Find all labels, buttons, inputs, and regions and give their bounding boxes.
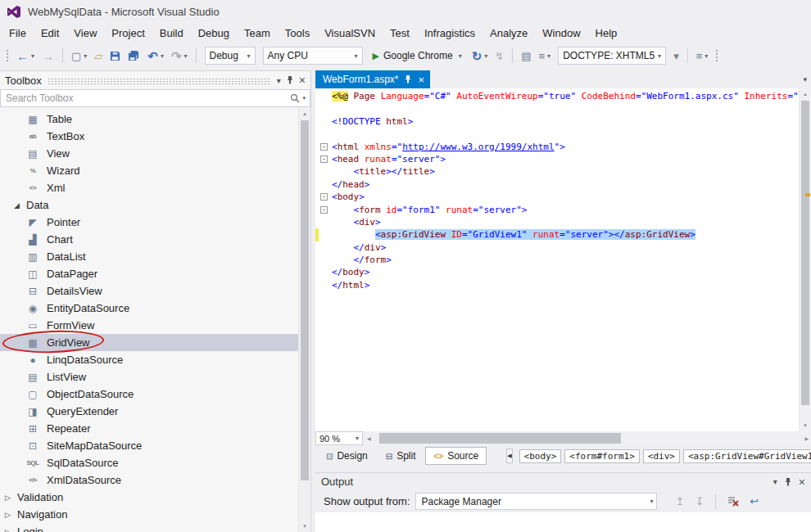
toolbox-item-entitydatasource[interactable]: ◉EntityDataSource — [0, 300, 310, 317]
breadcrumb-tag[interactable]: <div> — [643, 449, 680, 463]
navigate-forward-icon[interactable]: → — [39, 48, 57, 64]
breadcrumb-back-icon[interactable]: ◀ — [506, 449, 512, 463]
save-all-icon[interactable] — [125, 49, 143, 63]
zoom-combo[interactable]: 90 % ▾ — [315, 431, 363, 445]
doctype-combo[interactable]: DOCTYPE: XHTML5▾ — [558, 47, 666, 65]
scroll-down-icon[interactable]: ▼ — [299, 524, 310, 529]
menu-item-window[interactable]: Window — [535, 25, 587, 42]
code-line[interactable]: </body> — [315, 266, 799, 278]
close-icon[interactable]: × — [418, 74, 424, 85]
window-position-icon[interactable]: ▾ — [277, 76, 281, 85]
collapse-box-icon[interactable]: - — [320, 156, 328, 163]
toolbox-item-view[interactable]: ▤View — [0, 145, 310, 162]
html-settings-icon[interactable]: ≡▾ — [694, 49, 711, 63]
close-icon[interactable]: × — [299, 74, 306, 86]
toolbox-item-listview[interactable]: ▤ListView — [0, 368, 310, 385]
view-button-source[interactable]: <>Source — [425, 447, 487, 465]
editor-vertical-scrollbar[interactable]: ▲ ▼ — [799, 88, 811, 431]
pin-icon[interactable] — [287, 76, 293, 84]
toolbox-item-gridview[interactable]: ▦GridView — [0, 334, 310, 351]
toolbar-grip[interactable] — [6, 49, 9, 62]
menu-item-analyze[interactable]: Analyze — [483, 25, 535, 42]
scrollbar-thumb[interactable] — [301, 120, 309, 480]
code-line[interactable]: <div> — [315, 216, 799, 228]
toolbox-item-detailsview[interactable]: ⊟DetailsView — [0, 282, 310, 300]
view-button-design[interactable]: ⊡Design — [318, 447, 376, 465]
scroll-right-icon[interactable]: ▶ — [804, 431, 809, 445]
menu-item-file[interactable]: File — [2, 25, 34, 42]
toolbox-item-datalist[interactable]: ▥DataList — [0, 248, 310, 265]
breadcrumb-tag[interactable]: <body> — [519, 449, 562, 463]
code-line[interactable]: </form> — [315, 254, 799, 266]
code-line[interactable]: </div> — [315, 241, 799, 254]
browser-link-icon[interactable]: ↯ — [492, 49, 506, 63]
new-file-icon[interactable]: ▢▾ — [69, 49, 89, 63]
refresh-icon[interactable]: ↻▾ — [469, 48, 491, 64]
code-line[interactable] — [315, 128, 799, 140]
goto-previous-message-icon[interactable]: ↥ — [673, 494, 687, 508]
word-wrap-icon[interactable]: ↩ — [747, 494, 761, 508]
toolbox-item-wizard[interactable]: %Wizard — [0, 162, 310, 179]
code-line[interactable]: <%@ Page Language="C#" AutoEventWireup="… — [315, 90, 799, 102]
menu-item-team[interactable]: Team — [237, 25, 278, 42]
scroll-left-icon[interactable]: ◀ — [367, 431, 371, 445]
code-line[interactable]: </head> — [315, 178, 799, 191]
menu-item-visualsvn[interactable]: VisualSVN — [317, 25, 383, 42]
search-icon[interactable] — [290, 93, 300, 103]
toolbox-item-chart[interactable]: ▟Chart — [0, 231, 310, 248]
toolbox-item-sitemapdatasource[interactable]: ⊡SiteMapDataSource — [0, 437, 310, 454]
toolbox-header[interactable]: Toolbox ▾ × — [0, 71, 310, 89]
toolbox-item-xml[interactable]: <>Xml — [0, 179, 310, 196]
toolbox-scrollbar[interactable]: ▲ ▼ — [298, 108, 310, 532]
toolbox-item-sqldatasource[interactable]: SQLSqlDataSource — [0, 454, 310, 471]
toolbox-item-table[interactable]: ▦Table — [0, 110, 310, 128]
document-outline-icon[interactable]: ▤ — [519, 49, 533, 63]
toolbox-item-pointer[interactable]: ◤Pointer — [0, 214, 310, 231]
window-position-icon[interactable]: ▾ — [773, 477, 777, 486]
view-button-split[interactable]: ⊟Split — [378, 447, 424, 465]
toolbox-item-linqdatasource[interactable]: ●LinqDataSource — [0, 351, 310, 368]
output-content[interactable] — [315, 512, 811, 532]
code-line[interactable]: -<head runat="server"> — [315, 153, 799, 165]
toolbox-section-login[interactable]: ▷Login — [0, 523, 310, 532]
menu-item-view[interactable]: View — [66, 25, 104, 42]
code-line[interactable]: -<html xmlns="http://www.w3.org/1999/xht… — [315, 141, 799, 153]
toolbox-item-xmldatasource[interactable]: </>XmlDataSource — [0, 471, 310, 489]
tab-webform1[interactable]: WebForm1.aspx* × — [315, 70, 430, 88]
pin-icon[interactable] — [785, 478, 791, 486]
redo-icon[interactable]: ↷▾ — [169, 48, 190, 64]
open-file-icon[interactable]: ▱ — [92, 49, 105, 63]
code-editor[interactable]: <%@ Page Language="C#" AutoEventWireup="… — [315, 88, 811, 431]
scroll-up-icon[interactable]: ▲ — [800, 92, 811, 97]
menu-item-build[interactable]: Build — [152, 25, 191, 42]
collapse-box-icon[interactable]: - — [320, 193, 328, 201]
tab-list-dropdown-icon[interactable]: ▾ — [803, 75, 807, 83]
scroll-down-icon[interactable]: ▼ — [800, 423, 811, 428]
toolbox-section-navigation[interactable]: ▷Navigation — [0, 506, 310, 523]
scrollbar-thumb[interactable] — [379, 433, 621, 444]
scrollbar-thumb[interactable] — [801, 101, 809, 405]
output-source-combo[interactable]: Package Manager ▾ — [415, 493, 657, 510]
code-line[interactable]: <title></title> — [315, 165, 799, 178]
menu-item-edit[interactable]: Edit — [34, 25, 66, 42]
search-input[interactable] — [1, 90, 288, 106]
undo-icon[interactable]: ↶▾ — [145, 48, 166, 64]
solution-configurations-combo[interactable]: Debug▾ — [205, 47, 256, 65]
solution-platforms-combo[interactable]: Any CPU▾ — [263, 47, 363, 65]
code-line[interactable]: -<body> — [315, 191, 799, 203]
breadcrumb-tag[interactable]: <asp:GridView#GridView1> — [683, 449, 811, 463]
breadcrumb-tag[interactable]: <form#form1> — [564, 449, 639, 463]
start-debugging-button[interactable]: ▶Google Chrome▾ — [368, 48, 467, 63]
toolbox-item-datapager[interactable]: ◫DataPager — [0, 265, 310, 282]
toolbox-item-repeater[interactable]: ⊞Repeater — [0, 420, 310, 437]
toolbox-item-textbox[interactable]: abTextBox — [0, 128, 310, 145]
goto-next-message-icon[interactable]: ↧ — [692, 494, 706, 508]
menu-item-project[interactable]: Project — [104, 25, 152, 42]
toolbox-item-formview[interactable]: ▭FormView — [0, 317, 310, 334]
chevron-down-icon[interactable]: ▾ — [302, 95, 306, 101]
code-line[interactable]: </html> — [315, 279, 799, 291]
menu-item-debug[interactable]: Debug — [191, 25, 237, 42]
collapse-box-icon[interactable]: - — [320, 206, 328, 214]
code-line[interactable] — [315, 102, 799, 115]
collapse-box-icon[interactable]: - — [320, 143, 328, 151]
